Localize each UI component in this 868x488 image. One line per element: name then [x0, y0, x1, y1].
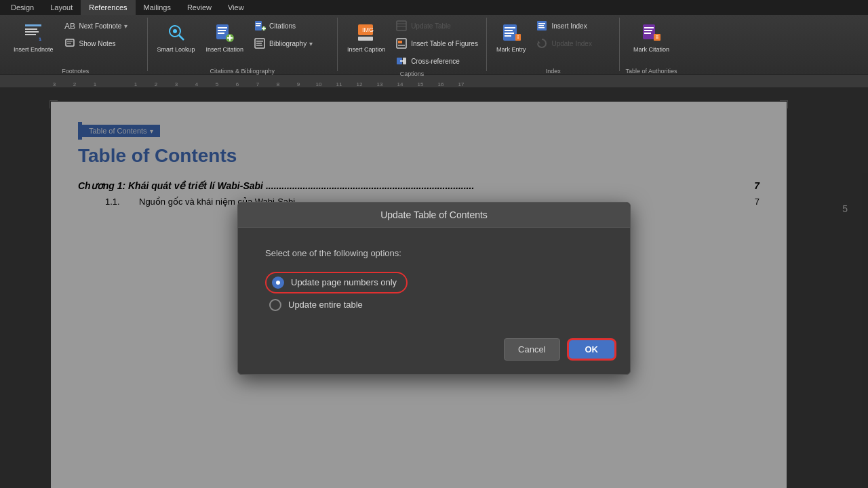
svg-rect-50	[538, 23, 545, 24]
cross-reference-button[interactable]: Cross-reference	[392, 53, 481, 69]
insert-citation-icon	[212, 20, 237, 45]
insert-table-of-figures-button[interactable]: Insert Table of Figures	[392, 35, 481, 52]
bibliography-chevron: ▾	[309, 40, 313, 47]
mark-citation-icon	[639, 20, 663, 45]
ruler-mark: 15	[410, 81, 431, 87]
dialog-overlay: Update Table of Contents Select one of t…	[0, 88, 868, 488]
group-citations: Smart Lookup Insert	[148, 18, 338, 71]
update-table-button: Update Table	[392, 18, 481, 34]
ruler-mark: 7	[248, 81, 268, 87]
cross-reference-label: Cross-reference	[411, 58, 460, 65]
smart-lookup-label: Smart Lookup	[157, 46, 195, 54]
svg-marker-53	[538, 41, 540, 43]
toa-group-label: Table of Authorities	[625, 66, 677, 75]
group-index: Mark Entry Insert Index	[487, 18, 620, 71]
svg-rect-56	[644, 30, 652, 31]
citations-button[interactable]: Citations	[250, 18, 332, 34]
ruler-mark: 4	[186, 81, 207, 87]
ruler-mark: 2	[64, 81, 85, 87]
footnotes-small-buttons: AB Next Footnote ▾ Sho	[60, 18, 142, 52]
index-small-buttons: Insert Index Update Index	[532, 18, 614, 52]
svg-rect-2	[25, 31, 39, 33]
ruler-mark: 13	[370, 81, 390, 87]
ruler-mark: 10	[309, 81, 329, 87]
citations-icon	[253, 19, 267, 33]
update-index-label: Update Index	[551, 40, 592, 47]
show-notes-icon	[63, 37, 77, 50]
show-notes-button[interactable]: Show Notes	[60, 35, 142, 52]
svg-rect-55	[644, 27, 654, 28]
tab-mailings[interactable]: Mailings	[136, 0, 179, 15]
dialog-body: Select one of the following options: Upd…	[238, 228, 630, 331]
dialog-footer: Cancel OK	[238, 331, 630, 374]
ok-button[interactable]: OK	[567, 338, 617, 361]
svg-rect-3	[25, 34, 36, 35]
mark-entry-button[interactable]: Mark Entry	[492, 18, 530, 66]
svg-rect-32	[397, 21, 406, 30]
update-index-icon	[535, 37, 549, 50]
radio-option-entire-table[interactable]: Update entire table	[269, 299, 603, 311]
insert-table-of-figures-label: Insert Table of Figures	[411, 40, 478, 47]
tab-review[interactable]: Review	[179, 0, 220, 15]
index-group-label: Index	[546, 66, 561, 75]
group-table-of-authorities: Mark Citation Table of Authorities	[620, 18, 682, 71]
insert-caption-button[interactable]: IMG Insert Caption	[343, 18, 389, 66]
show-notes-label: Show Notes	[79, 40, 116, 47]
svg-rect-52	[538, 27, 545, 28]
svg-rect-36	[398, 41, 402, 43]
mark-citation-button[interactable]: Mark Citation	[629, 18, 673, 66]
dialog-title-bar: Update Table of Contents	[238, 203, 630, 228]
svg-rect-51	[538, 25, 544, 26]
tab-references[interactable]: References	[81, 0, 135, 15]
insert-index-icon	[535, 19, 549, 33]
svg-rect-37	[398, 45, 405, 46]
group-captions: IMG Insert Caption	[338, 18, 487, 71]
insert-index-button[interactable]: Insert Index	[532, 18, 614, 34]
ruler-mark: 6	[227, 81, 248, 87]
cancel-button[interactable]: Cancel	[504, 338, 559, 361]
radio-circle-entire-table	[269, 299, 281, 311]
radio-option-page-numbers[interactable]: Update page numbers only	[265, 272, 408, 293]
citations-label: Citations	[269, 22, 296, 30]
ruler-mark: 1	[85, 81, 105, 87]
ruler-mark: 3	[44, 81, 64, 87]
captions-small-buttons: Update Table Insert Table of Figures	[392, 18, 481, 69]
svg-rect-1	[25, 28, 37, 30]
ruler-mark: 1	[125, 81, 146, 87]
tab-layout[interactable]: Layout	[42, 0, 81, 15]
ruler-mark: 14	[390, 81, 410, 87]
captions-items: IMG Insert Caption	[343, 18, 481, 69]
tab-view[interactable]: View	[220, 0, 252, 15]
ruler-mark: 12	[349, 81, 370, 87]
next-footnote-button[interactable]: AB Next Footnote ▾	[60, 18, 142, 34]
bibliography-label: Bibliography	[269, 40, 307, 47]
ruler-mark: 3	[166, 81, 186, 87]
insert-citation-button[interactable]: Insert Citation	[202, 18, 248, 66]
update-index-button: Update Index	[532, 35, 614, 52]
svg-rect-26	[256, 41, 263, 42]
mark-entry-label: Mark Entry	[496, 46, 526, 54]
ruler-mark: 8	[268, 81, 288, 87]
captions-group-label: Captions	[400, 69, 425, 77]
svg-rect-0	[25, 24, 41, 26]
svg-rect-21	[256, 25, 260, 26]
insert-endnote-button[interactable]: ₁ Insert Endnote	[9, 18, 58, 66]
svg-rect-42	[505, 27, 515, 28]
ruler-mark: 9	[288, 81, 309, 87]
svg-rect-30	[358, 37, 373, 41]
svg-rect-54	[643, 24, 655, 39]
document-area: Table of Contents ▾ Table of Contents Ch…	[0, 88, 868, 488]
insert-endnote-icon: ₁	[21, 20, 45, 45]
update-table-label: Update Table	[411, 22, 451, 30]
ruler-mark: 16	[431, 81, 451, 87]
footnotes-items: ₁ Insert Endnote AB Next Footnote ▾	[9, 18, 142, 66]
toa-items: Mark Citation	[629, 18, 673, 66]
bibliography-button[interactable]: Bibliography ▾	[250, 35, 332, 52]
ruler-mark: 5	[207, 81, 227, 87]
radio-label-page-numbers: Update page numbers only	[291, 277, 397, 287]
svg-rect-13	[218, 27, 227, 28]
insert-caption-label: Insert Caption	[347, 46, 385, 54]
smart-lookup-button[interactable]: Smart Lookup	[153, 18, 199, 66]
tab-design[interactable]: Design	[3, 0, 42, 15]
radio-circle-page-numbers	[272, 277, 284, 289]
